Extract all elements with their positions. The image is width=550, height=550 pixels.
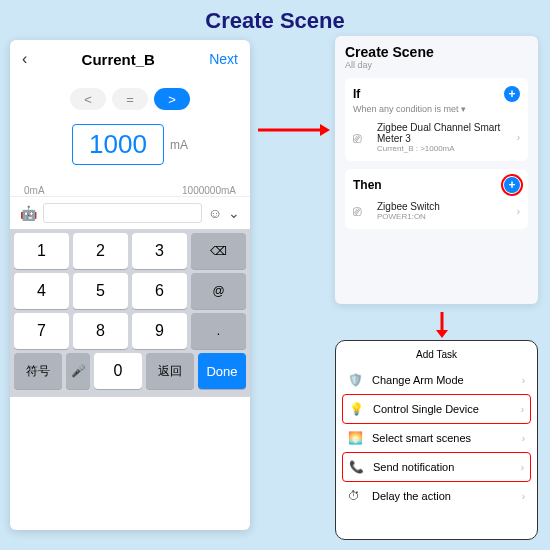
scene-panel: Create Scene All day If + When any condi… — [335, 36, 538, 304]
then-item-name: Zigbee Switch — [377, 201, 511, 212]
task-icon: ⏱ — [348, 489, 364, 503]
op-less-than[interactable]: < — [70, 88, 106, 110]
task-icon: 📞 — [349, 460, 365, 474]
if-item-name: Zigbee Dual Channel Smart Meter 3 — [377, 122, 511, 144]
header: ‹ Current_B Next — [10, 40, 250, 78]
then-card: Then + ⎚ Zigbee Switch POWER1:ON › — [345, 169, 528, 229]
value-unit: mA — [170, 138, 188, 152]
key-5[interactable]: 5 — [73, 273, 128, 309]
key-4[interactable]: 4 — [14, 273, 69, 309]
svg-marker-3 — [436, 330, 448, 338]
emoji-icon[interactable]: ☺ — [208, 205, 222, 221]
task-icon: 🌅 — [348, 431, 364, 445]
range-labels: 0mA 1000000mA — [10, 185, 250, 196]
if-add-button[interactable]: + — [504, 86, 520, 102]
operator-group: < = > — [10, 88, 250, 110]
task-label: Send notification — [373, 461, 513, 473]
task-row-3[interactable]: 📞Send notification› — [342, 452, 531, 482]
value-input[interactable]: 1000 — [72, 124, 164, 165]
screen-title: Current_B — [82, 51, 155, 68]
scene-subtitle: All day — [345, 60, 528, 70]
key-symbols[interactable]: 符号 — [14, 353, 62, 389]
then-item-sub: POWER1:ON — [377, 212, 511, 221]
if-label: If — [353, 87, 360, 101]
chevron-right-icon: › — [522, 433, 525, 444]
then-item[interactable]: ⎚ Zigbee Switch POWER1:ON › — [353, 201, 520, 221]
key-done[interactable]: Done — [198, 353, 246, 389]
arrow-down-icon — [432, 312, 452, 338]
task-label: Control Single Device — [373, 403, 513, 415]
device-icon: ⎚ — [353, 203, 371, 219]
key-9[interactable]: 9 — [132, 313, 187, 349]
scene-heading: Create Scene — [345, 44, 528, 60]
phone-left: ‹ Current_B Next < = > 1000 mA 0mA 10000… — [10, 40, 250, 530]
back-button[interactable]: ‹ — [22, 50, 27, 68]
op-equal[interactable]: = — [112, 88, 148, 110]
task-row-0[interactable]: 🛡️Change Arm Mode› — [342, 366, 531, 394]
task-icon: 🛡️ — [348, 373, 364, 387]
svg-marker-1 — [320, 124, 330, 136]
text-input[interactable] — [43, 203, 202, 223]
if-item-sub: Current_B : >1000mA — [377, 144, 511, 153]
chevron-right-icon: › — [517, 206, 520, 217]
keyboard: 1 2 3 ⌫ 4 5 6 @ 7 8 9 . 符号 🎤 0 返回 Done — [10, 229, 250, 397]
task-label: Delay the action — [372, 490, 514, 502]
task-label: Select smart scenes — [372, 432, 514, 444]
task-row-4[interactable]: ⏱Delay the action› — [342, 482, 531, 510]
key-8[interactable]: 8 — [73, 313, 128, 349]
task-label: Change Arm Mode — [372, 374, 514, 386]
then-label: Then — [353, 178, 382, 192]
task-row-1[interactable]: 💡Control Single Device› — [342, 394, 531, 424]
key-at[interactable]: @ — [191, 273, 246, 309]
range-max: 1000000mA — [182, 185, 236, 196]
chevron-down-icon[interactable]: ⌄ — [228, 205, 240, 221]
task-row-2[interactable]: 🌅Select smart scenes› — [342, 424, 531, 452]
key-backspace[interactable]: ⌫ — [191, 233, 246, 269]
key-6[interactable]: 6 — [132, 273, 187, 309]
op-greater-than[interactable]: > — [154, 88, 190, 110]
device-icon: ⎚ — [353, 130, 371, 146]
key-dot[interactable]: . — [191, 313, 246, 349]
task-icon: 💡 — [349, 402, 365, 416]
if-item[interactable]: ⎚ Zigbee Dual Channel Smart Meter 3 Curr… — [353, 122, 520, 153]
key-3[interactable]: 3 — [132, 233, 187, 269]
task-panel: Add Task 🛡️Change Arm Mode›💡Control Sing… — [335, 340, 538, 540]
then-add-button[interactable]: + — [504, 177, 520, 193]
range-min: 0mA — [24, 185, 45, 196]
task-title: Add Task — [342, 349, 531, 360]
key-2[interactable]: 2 — [73, 233, 128, 269]
next-button[interactable]: Next — [209, 51, 238, 67]
key-0[interactable]: 0 — [94, 353, 142, 389]
if-card: If + When any condition is met ▾ ⎚ Zigbe… — [345, 78, 528, 161]
chevron-right-icon: › — [517, 132, 520, 143]
key-1[interactable]: 1 — [14, 233, 69, 269]
chevron-right-icon: › — [522, 491, 525, 502]
key-return[interactable]: 返回 — [146, 353, 194, 389]
if-condition-mode[interactable]: When any condition is met ▾ — [353, 104, 520, 114]
key-mic[interactable]: 🎤 — [66, 353, 90, 389]
key-7[interactable]: 7 — [14, 313, 69, 349]
arrow-right-icon — [258, 120, 330, 140]
chevron-right-icon: › — [522, 375, 525, 386]
robot-icon[interactable]: 🤖 — [20, 205, 37, 221]
chevron-right-icon: › — [521, 404, 524, 415]
chevron-right-icon: › — [521, 462, 524, 473]
value-row: 1000 mA — [10, 124, 250, 165]
input-bar: 🤖 ☺ ⌄ — [10, 196, 250, 229]
